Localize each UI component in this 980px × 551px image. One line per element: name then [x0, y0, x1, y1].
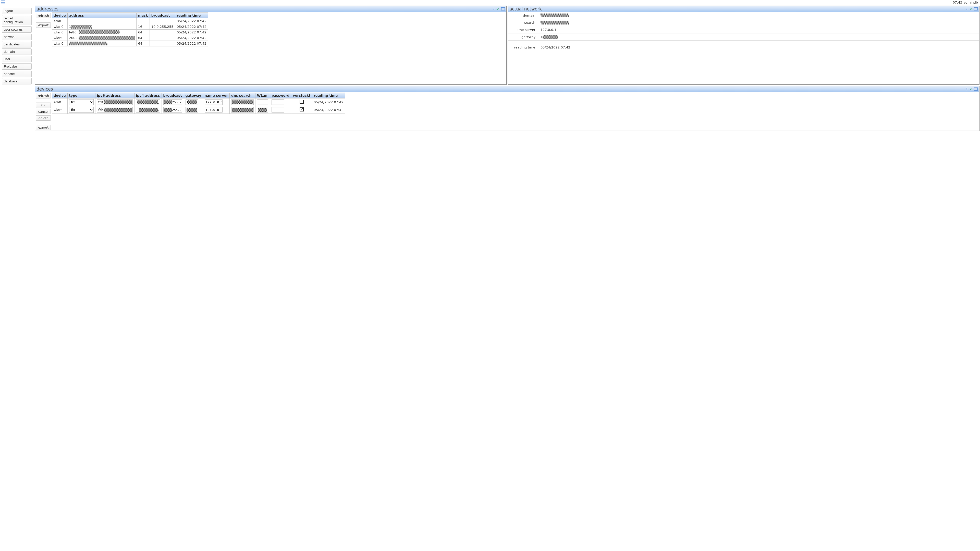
sidebar-item-database[interactable]: database	[2, 78, 32, 84]
sidebar-item-certificates[interactable]: certificates	[2, 41, 32, 48]
ipv6-input[interactable]	[97, 107, 133, 113]
cell-broadcast	[150, 18, 175, 24]
cell-wlan	[256, 98, 270, 106]
type-select[interactable]: fix	[69, 99, 94, 105]
sidebar-item-logout[interactable]: logout	[2, 8, 32, 14]
cell-mask: 16	[136, 24, 150, 30]
cell-address: ▒▒▒▒▒▒▒▒▒▒▒▒▒▒▒	[67, 41, 136, 46]
reload-icon[interactable]	[969, 87, 973, 91]
database-icon[interactable]	[492, 7, 496, 11]
popout-icon[interactable]	[974, 7, 978, 11]
sidebar-item-freigabe[interactable]: Freigabe	[2, 63, 32, 70]
cell-device: eth0	[52, 98, 67, 106]
col-dns[interactable]: dns search	[230, 93, 256, 98]
sidebar-item-apache[interactable]: apache	[2, 71, 32, 77]
cell-dns	[230, 98, 256, 106]
devices-ok-button[interactable]: OK	[36, 103, 51, 108]
cell-password	[270, 106, 291, 114]
actual-network-table: domain: ▒▒▒▒▒▒▒▒▒▒▒ search: ▒▒▒▒▒▒▒▒▒▒▒ …	[508, 12, 979, 51]
col-device[interactable]: device	[52, 13, 67, 18]
col-broadcast[interactable]: broadcast	[162, 93, 184, 98]
gateway-input[interactable]	[186, 100, 198, 105]
col-versteckt[interactable]: versteckt	[291, 93, 312, 98]
cell-mask: 64	[136, 30, 150, 35]
ipv4-input[interactable]	[136, 100, 160, 105]
dns-input[interactable]	[231, 107, 254, 113]
database-icon[interactable]	[965, 7, 969, 11]
dns-input[interactable]	[231, 100, 254, 105]
cell-broadcast	[162, 106, 184, 114]
table-row[interactable]: wlan0▒▒▒▒▒▒▒▒▒▒▒▒▒▒▒6405/24/2022 07:42	[52, 41, 208, 46]
col-nameserver[interactable]: name server	[203, 93, 230, 98]
broadcast-input[interactable]	[163, 107, 182, 113]
addresses-table: device address mask broadcast reading ti…	[52, 13, 208, 46]
table-row[interactable]: wlan0fe80::▒▒▒▒▒▒▒▒▒▒▒▒▒▒▒▒6405/24/2022 …	[52, 30, 208, 35]
cell-broadcast: 10.0.255.255	[150, 24, 175, 30]
table-row[interactable]: wlan02002:▒▒▒▒▒▒▒▒▒▒▒▒▒▒▒▒▒▒▒▒▒▒6405/24/…	[52, 35, 208, 41]
reload-icon[interactable]	[969, 7, 973, 11]
wlan-input[interactable]	[257, 107, 268, 113]
cell-device: wlan0	[52, 35, 67, 41]
cell-device: wlan0	[52, 30, 67, 35]
sidebar-item-domain[interactable]: domain	[2, 48, 32, 55]
col-mask[interactable]: mask	[136, 13, 150, 18]
database-icon[interactable]	[965, 87, 969, 91]
table-row[interactable]: wlan0fix05/24/2022 07:42	[52, 106, 345, 114]
versteckt-checkbox[interactable]	[300, 107, 304, 111]
sidebar-item-reload-config[interactable]: reload configuration	[2, 15, 32, 25]
table-row[interactable]: wlan01▒▒▒▒▒▒▒▒1610.0.255.25505/24/2022 0…	[52, 24, 208, 30]
devices-delete-button[interactable]: delete	[36, 115, 51, 121]
addresses-export-button[interactable]: export	[36, 22, 51, 28]
devices-cancel-button[interactable]: cancel	[36, 109, 51, 114]
gateway-value: 1▒▒▒▒▒▒	[538, 33, 979, 41]
versteckt-checkbox[interactable]	[300, 100, 304, 104]
popout-icon[interactable]	[501, 7, 505, 11]
cell-password	[270, 98, 291, 106]
table-row[interactable]: eth0fix05/24/2022 07:42	[52, 98, 345, 106]
cell-broadcast	[150, 35, 175, 41]
col-broadcast[interactable]: broadcast	[150, 13, 175, 18]
sidebar-item-user[interactable]: user	[2, 56, 32, 62]
table-row[interactable]: eth005/24/2022 07:42	[52, 18, 208, 24]
cell-address: 2002:▒▒▒▒▒▒▒▒▒▒▒▒▒▒▒▒▒▒▒▒▒▒	[67, 35, 136, 41]
cell-reading_time: 05/24/2022 07:42	[175, 41, 208, 46]
col-readingtime[interactable]: reading time	[312, 93, 345, 98]
nameserver-input[interactable]	[205, 100, 223, 105]
devices-export-button[interactable]: export	[36, 125, 51, 130]
devices-refresh-button[interactable]: refresh	[36, 93, 51, 98]
cell-device: wlan0	[52, 41, 67, 46]
col-ipv6[interactable]: ipv6 address	[95, 93, 134, 98]
cell-type: fix	[67, 98, 95, 106]
reload-icon[interactable]	[496, 7, 500, 11]
col-gateway[interactable]: gateway	[184, 93, 203, 98]
cell-address	[67, 18, 136, 24]
password-input[interactable]	[272, 107, 284, 113]
addresses-title: addresses	[37, 6, 492, 11]
col-reading-time[interactable]: reading time	[175, 13, 208, 18]
addresses-refresh-button[interactable]: refresh	[36, 13, 51, 18]
nameserver-input[interactable]	[205, 107, 223, 113]
actual-network-title: actual network	[509, 6, 965, 11]
menu-icon[interactable]	[1, 0, 5, 4]
col-type[interactable]: type	[67, 93, 95, 98]
sidebar-item-network[interactable]: network	[2, 34, 32, 40]
current-user: admindb	[963, 0, 978, 4]
popout-icon[interactable]	[974, 87, 978, 91]
gateway-input[interactable]	[186, 107, 198, 113]
col-password[interactable]: password	[270, 93, 291, 98]
broadcast-input[interactable]	[163, 100, 182, 105]
ipv4-input[interactable]	[136, 107, 160, 113]
col-ipv4[interactable]: ipv4 address	[134, 93, 162, 98]
nameserver-value: 127.0.0.1	[538, 26, 979, 33]
password-input[interactable]	[272, 100, 284, 105]
sidebar-item-user-settings[interactable]: user settings	[2, 26, 32, 33]
devices-table: device type ipv6 address ipv4 address br…	[52, 93, 345, 114]
type-select[interactable]: fix	[69, 107, 94, 113]
ipv6-input[interactable]	[97, 100, 133, 105]
cell-ipv4	[134, 106, 162, 114]
col-device[interactable]: device	[52, 93, 67, 98]
col-address[interactable]: address	[67, 13, 136, 18]
col-wlan[interactable]: WLan	[256, 93, 270, 98]
cell-nameserver	[203, 98, 230, 106]
wlan-input[interactable]	[257, 100, 268, 105]
